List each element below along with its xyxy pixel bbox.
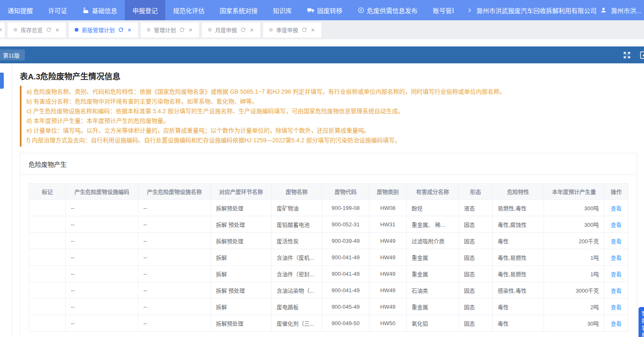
cell-r3-c1: -- (66, 249, 138, 266)
cell-r4-c10: 1吨 (544, 266, 604, 282)
close-icon[interactable] (249, 27, 254, 33)
note-line-c: c) 产生危险废物设施名称和编码：依据本标准第 5.4.2 部分填写的生产设施名… (27, 106, 637, 116)
table-header-row: 标记产生危险废物设施编码产生危险废物设施名称对应产废环节名称废物名称废物代码废物… (29, 184, 628, 200)
nav-item-7[interactable]: 固废转移 (299, 0, 350, 20)
cell-r4-c2: -- (138, 266, 211, 282)
cell-actions: 查看 (604, 299, 628, 315)
tab-4[interactable]: 季度申报 (263, 22, 321, 38)
cell-r6-c6: HW49 (369, 299, 407, 315)
view-link[interactable]: 查看 (611, 271, 622, 277)
cell-actions: 查看 (604, 216, 628, 233)
cell-r1-c5: 900-052-31 (322, 216, 369, 233)
cell-r2-c2: -- (138, 233, 211, 249)
cell-r3-c9: 毒性,易燃性 (493, 249, 544, 266)
nav-item-label: 账号管理 (433, 6, 454, 15)
view-link[interactable]: 查看 (611, 222, 622, 228)
form-header-bar: 第11版 (0, 46, 644, 63)
cell-r0-c8: 液态 (459, 200, 493, 216)
cell-r7-c7: 氧化铝 (407, 315, 459, 332)
cell-r2-c7: 过滤吸附介质 (407, 233, 459, 249)
nav-item-9[interactable]: 账号管理 (425, 0, 461, 20)
nav-item-label: 固废转移 (317, 6, 342, 15)
nav-item-3[interactable]: 申报登记 (125, 0, 165, 20)
nav-item-6[interactable]: 知识库 (265, 0, 299, 20)
cell-r3-c8: 固态 (459, 249, 493, 266)
cell-r2-c3: 拆解预处理 (211, 233, 272, 249)
nav-item-2[interactable]: 基础信息 (75, 0, 125, 20)
view-link[interactable]: 查看 (611, 205, 622, 212)
tab-3[interactable]: 月度申报 (202, 22, 260, 38)
cell-r7-c3: 拆解预处理 (211, 315, 272, 332)
nav-item-8[interactable]: 危废供需信息发布 (350, 0, 425, 20)
tab-label: 月度申报 (215, 26, 237, 34)
note-line-f: f) 内部治理方式及去向：自行利用设施编码、自行处置设施编码和贮存设施编码依据H… (27, 136, 637, 145)
cell-r3-c3: 拆解 (211, 249, 272, 266)
customer-service-tab[interactable]: 智能客服 (639, 307, 644, 337)
close-icon[interactable] (188, 27, 193, 33)
nav-item-label: 国家系统对接 (220, 6, 258, 15)
view-link[interactable]: 查看 (611, 238, 622, 245)
cell-actions: 查看 (604, 200, 628, 216)
cell-r5-c1: -- (66, 282, 138, 299)
col-header-9: 危险特性 (493, 184, 544, 200)
table-row: ----拆解含油件（废机...900-041-49HW49重金属固态毒性,易燃性… (29, 249, 628, 266)
tab-2[interactable]: 管理计划 (141, 22, 199, 38)
table-row: ----拆解预处理废活性炭900-039-49HW49过滤吸附介质固态毒性200… (29, 233, 628, 249)
nav-item-label: 许可证 (48, 6, 67, 15)
tab-partial[interactable] (0, 22, 5, 38)
cell-r5-c4: 含油沾染物（... (272, 282, 322, 299)
view-link[interactable]: 查看 (611, 321, 622, 327)
cell-r6-c5: 900-045-49 (322, 299, 369, 315)
tab-label: 管理计划 (154, 26, 176, 34)
nav-item-5[interactable]: 国家系统对接 (212, 0, 265, 20)
cell-r7-c10: 30吨 (544, 315, 604, 332)
tab-0[interactable]: 库存总览 (8, 22, 66, 38)
refresh-icon[interactable] (118, 27, 124, 33)
company-name[interactable]: 滁州市洪武报废汽车回收拆解利用有限公司 (476, 6, 596, 15)
cell-r7-c5: 900-049-50 (322, 315, 369, 332)
close-icon[interactable] (127, 27, 132, 33)
cell-r0-c0 (29, 200, 66, 216)
chevron-right-icon[interactable] (467, 8, 472, 13)
col-header-4: 废物名称 (272, 184, 322, 200)
nav-item-0[interactable]: 通知提醒 (0, 0, 40, 20)
close-icon[interactable] (310, 27, 315, 33)
table-row: ----拆解 预处理废铅酸蓄电池900-052-31HW31重金属、 稀...固… (29, 216, 628, 233)
cell-r1-c4: 废铅酸蓄电池 (272, 216, 322, 233)
cell-r7-c1: -- (66, 315, 138, 332)
cell-r6-c10: 2吨 (544, 299, 604, 315)
tab-status-dot (75, 28, 78, 32)
nav-item-4[interactable]: 规范化评估 (165, 0, 212, 20)
table-row: ----拆解废电路板900-045-49HW49重金属固态毒性2吨查看 (29, 299, 628, 315)
cell-r1-c9: 毒性,腐蚀性 (493, 216, 544, 233)
view-link[interactable]: 查看 (611, 255, 622, 261)
view-link[interactable]: 查看 (611, 304, 622, 310)
truck-icon (307, 7, 315, 14)
drawer-handle[interactable] (0, 73, 4, 89)
cell-actions: 查看 (604, 249, 628, 266)
view-link[interactable]: 查看 (611, 288, 622, 294)
nav-item-list: 通知提醒许可证基础信息申报登记规范化评估国家系统对接知识库固废转移危废供需信息发… (0, 0, 461, 20)
cell-r3-c10: 1吨 (544, 249, 604, 266)
edit-form-icon[interactable] (639, 51, 644, 60)
user-name[interactable]: 滁州市洪... (611, 6, 641, 15)
tab-1[interactable]: 新版管理计划 (69, 22, 138, 38)
cell-r0-c1: -- (66, 200, 138, 216)
cell-r5-c10: 3000千克 (544, 282, 604, 299)
cell-r5-c0 (29, 282, 66, 299)
tab-status-dot (13, 28, 17, 32)
main-content: 表A.3危险废物产生情况信息 a) 危险废物名称、类别、代码和危险特性：依据《国… (0, 63, 644, 337)
cell-r0-c9: 易燃性,毒性 (493, 200, 544, 216)
refresh-icon[interactable] (240, 27, 246, 33)
col-header-7: 有害成分名称 (407, 184, 459, 200)
cell-r1-c1: -- (66, 216, 138, 233)
nav-item-1[interactable]: 许可证 (40, 0, 75, 20)
col-header-10: 本年度预计产生量 (544, 184, 604, 200)
refresh-icon[interactable] (302, 27, 307, 33)
refresh-icon[interactable] (179, 27, 185, 33)
refresh-icon[interactable] (46, 27, 51, 33)
cell-r2-c10: 200千克 (544, 233, 604, 249)
cell-r3-c5: 900-041-49 (322, 249, 369, 266)
close-icon[interactable] (55, 27, 60, 33)
fullscreen-icon[interactable] (623, 51, 631, 59)
